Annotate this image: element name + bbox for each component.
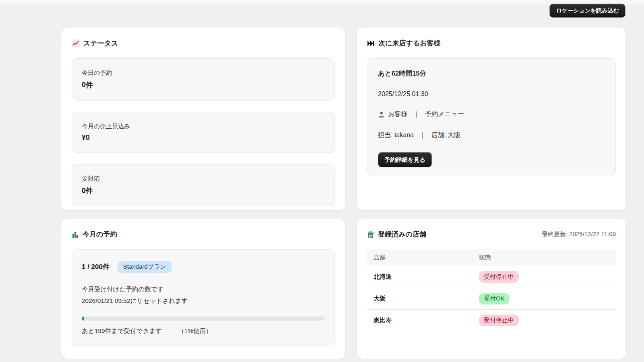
next-customer-card-title: 次に来店するお客様 [378,39,441,48]
next-customer-countdown: あと62時間15分 [378,69,605,78]
separator: ｜ [417,131,428,140]
store-name: 恵比寿 [367,310,473,331]
top-strip [0,0,644,5]
stat-value: 0件 [82,186,325,195]
next-customer-line: お客様 ｜ 予約メニュー [378,110,605,119]
status-badge: 受付停止中 [479,271,519,283]
staff-label: 担当: takana [378,131,414,140]
table-row: 大阪 受付OK [367,288,616,310]
stat-box-sales: 今月の売上見込み ¥0 [72,112,335,153]
stat-box-action-needed: 要対応 0件 [72,164,335,206]
monthly-card-title: 今月の予約 [83,230,117,239]
next-customer-card-header: 次に来店するお客様 [367,39,616,48]
menu-name: 予約メニュー [425,110,464,119]
plan-count-row: 1 / 200件 Standardプラン [82,261,325,273]
usage-percent-text: （1%使用） [178,327,212,335]
next-customer-datetime: 2025/12/25 01:30 [378,90,605,98]
reservation-count: 1 / 200件 [82,262,109,272]
staff-store-line: 担当: takana ｜ 店舗: 大阪 [378,131,605,140]
load-locations-button[interactable]: ロケーションを読み込む [549,4,625,18]
store-label: 店舗: 大阪 [431,131,461,140]
plan-badge: Standardプラン [118,261,172,273]
customer-name: お客様 [388,110,407,119]
plan-desc-line1: 今月受け付けた予約の数です [82,283,325,295]
last-updated-text: 最終更新: 2025/12/22 11:09 [542,230,616,238]
table-row: 恵比寿 受付停止中 [367,310,616,331]
plan-usage-progress-fill [82,317,84,321]
monthly-card-header: 今月の予約 [72,230,335,239]
dashboard-grid: ステータス 今日の予約 0件 今月の売上見込み ¥0 要対応 0件 次に来店する… [61,28,626,359]
chart-increasing-icon [72,39,80,47]
bar-chart-icon [72,231,79,238]
plan-usage-text-row: あと199件まで受付できます （1%使用） [82,327,325,335]
stat-label: 今月の売上見込み [82,123,325,130]
monthly-reservations-card: 今月の予約 1 / 200件 Standardプラン 今月受け付けた予約の数です… [61,219,345,359]
registered-stores-card: 登録済みの店舗 最終更新: 2025/12/22 11:09 店舗 状態 北海道… [357,219,626,359]
status-card: ステータス 今日の予約 0件 今月の売上見込み ¥0 要対応 0件 [61,28,345,210]
remaining-text: あと199件まで受付できます [82,327,162,335]
stores-card-title: 登録済みの店舗 [378,230,426,239]
stat-value: 0件 [82,80,325,90]
stat-box-today: 今日の予約 0件 [72,58,335,101]
stat-value: ¥0 [82,134,325,142]
store-name: 大阪 [367,288,473,310]
view-reservation-detail-button[interactable]: 予約詳細を見る [378,152,432,167]
plan-usage-progress-track [82,317,325,321]
status-badge: 受付停止中 [479,315,519,326]
stores-card-header: 登録済みの店舗 最終更新: 2025/12/22 11:09 [367,230,616,239]
column-header-status: 状態 [473,249,616,266]
column-header-store: 店舗 [367,249,473,266]
stat-label: 今日の予約 [82,69,325,77]
plan-desc-line2: 2026/01/21 09:52にリセットされます [82,295,325,306]
next-track-icon [367,40,375,47]
stores-table-header-row: 店舗 状態 [367,249,616,266]
person-icon [378,111,385,118]
status-badge: 受付OK [479,293,510,304]
plan-usage-box: 1 / 200件 Standardプラン 今月受け付けた予約の数です 2026/… [72,249,335,347]
next-customer-box: あと62時間15分 2025/12/25 01:30 お客様 ｜ 予約メニュー … [367,58,616,175]
stores-table: 店舗 状態 北海道 受付停止中 大阪 受付OK 恵比寿 受付停止中 [367,249,616,331]
store-name: 北海道 [367,266,473,288]
next-customer-card: 次に来店するお客様 あと62時間15分 2025/12/25 01:30 お客様… [357,28,626,210]
stat-label: 要対応 [82,175,325,183]
convenience-store-icon [367,231,374,238]
status-card-header: ステータス [72,39,335,48]
separator: ｜ [411,110,422,119]
status-card-title: ステータス [83,39,118,48]
table-row: 北海道 受付停止中 [367,266,616,288]
